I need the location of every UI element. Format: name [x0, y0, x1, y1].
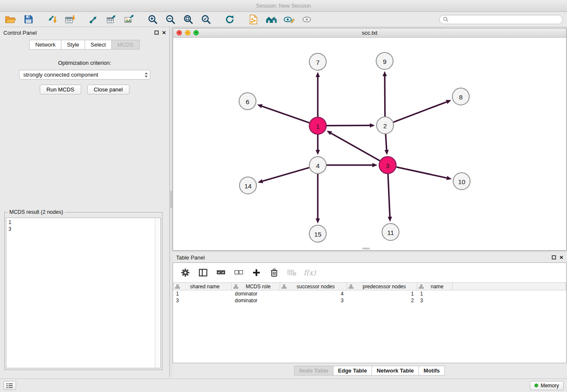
function-builder-button[interactable]: f(x)	[304, 266, 315, 279]
arrowhead-icon	[258, 179, 263, 183]
window-titlebar[interactable]: Session: New Session	[0, 0, 567, 12]
table-row[interactable]: 1dominator411	[173, 290, 566, 297]
float-panel-button[interactable]	[154, 30, 159, 35]
network-from-file-button[interactable]	[247, 13, 260, 26]
node-7[interactable]: 7	[309, 53, 326, 70]
horizontal-scrollbar[interactable]	[362, 248, 370, 249]
table-cell: 3	[280, 297, 347, 304]
edge-3-1[interactable]	[331, 133, 380, 161]
column-header-predecessor-nodes[interactable]: predecessor nodes	[347, 282, 417, 290]
edge-3-11[interactable]	[388, 174, 390, 217]
network-window: scc.txt × − + 7968124314101511	[173, 28, 567, 251]
node-11[interactable]: 11	[382, 224, 399, 240]
select-all-button[interactable]	[215, 266, 226, 279]
network-canvas[interactable]: 7968124314101511	[173, 38, 566, 250]
document-network-icon	[249, 14, 258, 25]
tab-node-table[interactable]: Node Table	[294, 366, 333, 375]
export-network-icon	[88, 15, 99, 24]
delete-table-button[interactable]	[286, 266, 297, 279]
tab-edge-table[interactable]: Edge Table	[333, 366, 372, 375]
tab-mcds[interactable]: MCDS	[111, 40, 139, 50]
arrowhead-icon	[383, 71, 387, 76]
tab-select[interactable]: Select	[85, 40, 112, 50]
task-history-button[interactable]	[3, 381, 16, 390]
export-table-button[interactable]	[105, 13, 118, 26]
node-8[interactable]: 8	[452, 88, 469, 105]
zoom-out-button[interactable]	[164, 13, 177, 26]
node-10[interactable]: 10	[453, 173, 470, 190]
export-image-button[interactable]	[123, 13, 135, 26]
annotation-button[interactable]	[283, 13, 295, 26]
import-table-button[interactable]	[63, 13, 76, 26]
edge-4-14[interactable]	[263, 168, 309, 181]
search-input[interactable]	[451, 17, 559, 22]
table-toolbar: f(x)	[173, 263, 566, 282]
node-1[interactable]: 1	[309, 117, 326, 134]
node-3[interactable]: 3	[379, 157, 396, 174]
node-2[interactable]: 2	[377, 117, 394, 134]
edge-2-3[interactable]	[385, 134, 386, 150]
tab-network-table[interactable]: Network Table	[372, 366, 419, 375]
splitter-handle[interactable]	[170, 190, 172, 208]
result-scrollbar[interactable]	[155, 218, 160, 368]
edge-1-6[interactable]	[262, 106, 309, 123]
float-table-panel-button[interactable]	[552, 255, 556, 259]
column-header-shared-name[interactable]: shared name	[173, 282, 232, 290]
node-15[interactable]: 15	[309, 225, 326, 242]
close-panel-button[interactable]: Close panel	[87, 85, 130, 94]
node-4[interactable]: 4	[309, 157, 326, 174]
network-window-titlebar[interactable]: scc.txt × − +	[173, 28, 566, 38]
table-cell: 1	[173, 290, 232, 297]
node-6[interactable]: 6	[239, 93, 256, 110]
column-visibility-button[interactable]	[198, 266, 209, 279]
optimization-dropdown[interactable]: strongly connected component	[19, 70, 150, 80]
status-bar: Memory	[0, 378, 567, 392]
table-row[interactable]: 3dominator323	[173, 297, 566, 304]
tab-style[interactable]: Style	[61, 40, 85, 50]
add-column-button[interactable]	[251, 266, 262, 279]
zoom-selected-icon	[201, 14, 211, 25]
control-panel: Control Panel × NetworkStyleSelectMCDS O…	[0, 27, 170, 377]
control-panel-title: Control Panel	[3, 30, 37, 36]
table-cell: dominator	[232, 297, 280, 304]
run-mcds-button[interactable]: Run MCDS	[40, 85, 81, 94]
dropdown-value: strongly connected component	[23, 72, 144, 78]
column-header-name[interactable]: name	[417, 282, 453, 290]
save-session-button[interactable]	[22, 13, 35, 26]
mcds-result-text[interactable]: 1 3	[6, 218, 155, 368]
open-session-button[interactable]	[4, 13, 17, 26]
svg-text:15: 15	[314, 231, 321, 238]
apply-layout-button[interactable]	[223, 13, 236, 26]
table-settings-button[interactable]	[180, 266, 191, 279]
tab-network[interactable]: Network	[29, 40, 61, 50]
zoom-fit-button[interactable]	[182, 13, 195, 26]
zoom-in-button[interactable]	[146, 13, 159, 26]
edge-2-9[interactable]	[385, 76, 385, 116]
close-panel-button-header[interactable]: ×	[162, 30, 166, 35]
export-network-button[interactable]	[87, 13, 100, 26]
delete-column-button[interactable]	[269, 266, 280, 279]
table-cell: 2	[347, 297, 417, 304]
node-9[interactable]: 9	[376, 52, 393, 69]
edge-2-8[interactable]	[394, 102, 447, 122]
panel-splitter[interactable]	[170, 27, 173, 377]
close-table-panel-button[interactable]: ×	[559, 255, 563, 260]
tab-motifs[interactable]: Motifs	[418, 366, 445, 375]
export-table-icon	[106, 15, 116, 24]
zoom-selected-button[interactable]	[200, 13, 212, 26]
eye-edit-icon	[284, 16, 295, 23]
edge-3-10[interactable]	[396, 167, 447, 178]
deselect-all-button[interactable]	[233, 266, 244, 279]
visibility-button[interactable]	[300, 13, 313, 26]
column-header-successor-nodes[interactable]: successor nodes	[280, 282, 347, 290]
edge-1-2[interactable]	[327, 125, 370, 126]
column-header-mcds-role[interactable]: MCDS role	[232, 282, 280, 290]
memory-button[interactable]: Memory	[530, 381, 564, 390]
float-window-icon	[552, 255, 556, 259]
node-14[interactable]: 14	[239, 177, 256, 194]
table-panel: Table Panel ×	[173, 252, 567, 377]
home-button[interactable]	[265, 13, 278, 26]
zoom-out-icon	[165, 14, 176, 25]
search-box[interactable]	[439, 15, 563, 24]
import-network-button[interactable]	[46, 13, 58, 26]
